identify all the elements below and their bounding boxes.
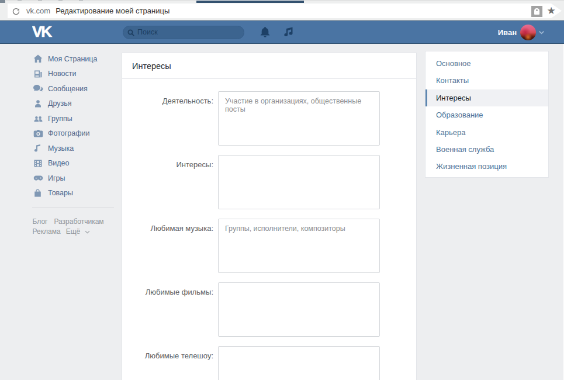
- svg-text:VK: VK: [32, 25, 52, 39]
